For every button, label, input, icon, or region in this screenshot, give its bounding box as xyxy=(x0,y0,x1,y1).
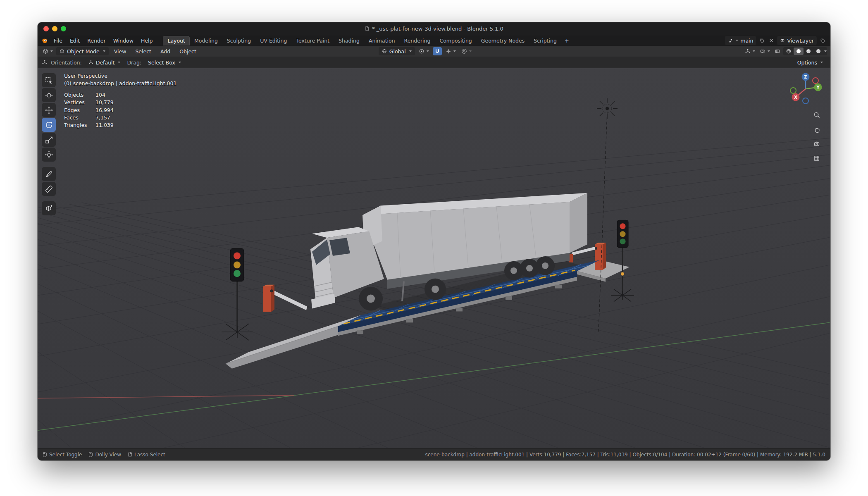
stat-value: 11,039 xyxy=(95,122,114,129)
view-perspective-label: User Perspective xyxy=(64,72,176,80)
tab-shading[interactable]: Shading xyxy=(334,36,364,45)
titlebar[interactable]: * _usc-plat-for-new-3d-view.blend - Blen… xyxy=(38,22,830,35)
stat-value: 104 xyxy=(95,91,105,99)
new-scene-button[interactable] xyxy=(758,37,765,44)
zoom-button[interactable] xyxy=(811,110,822,120)
chevron-down-icon[interactable] xyxy=(824,50,827,52)
perspective-toggle-button[interactable] xyxy=(811,153,822,164)
menu-window[interactable]: Window xyxy=(110,37,137,45)
axes-icon xyxy=(88,60,93,65)
mode-selector[interactable]: Object Mode xyxy=(56,47,109,55)
shading-solid-button[interactable] xyxy=(794,48,804,55)
gizmo-negative-y[interactable] xyxy=(790,88,796,93)
gizmo-negative-z[interactable] xyxy=(803,98,808,104)
select-box-icon xyxy=(45,76,53,85)
gizmos-toggle[interactable] xyxy=(743,47,757,55)
tab-compositing[interactable]: Compositing xyxy=(435,36,476,45)
object-mode-icon xyxy=(60,49,64,54)
menu-view[interactable]: View xyxy=(110,48,130,55)
snap-toggle[interactable] xyxy=(433,47,442,55)
fullscreen-button[interactable] xyxy=(61,26,66,31)
viewport-3d[interactable]: User Perspective (0) scene-backdrop | ad… xyxy=(38,68,830,448)
minimize-button[interactable] xyxy=(52,26,57,31)
shading-material-button[interactable] xyxy=(804,48,813,55)
tool-transform[interactable] xyxy=(42,148,56,162)
tab-uv-editing[interactable]: UV Editing xyxy=(255,36,291,45)
view-layer-selector[interactable]: ViewLayer xyxy=(777,36,817,45)
pivot-point-selector[interactable] xyxy=(417,47,431,55)
wireframe-sphere-icon xyxy=(786,48,792,54)
camera-icon xyxy=(813,141,820,147)
camera-view-button[interactable] xyxy=(811,138,822,149)
menu-select[interactable]: Select xyxy=(131,48,155,55)
copy-icon xyxy=(820,38,825,43)
tool-orientation-selector[interactable]: Default xyxy=(85,58,124,67)
pan-button[interactable] xyxy=(811,124,822,135)
tool-add-cube[interactable] xyxy=(42,201,56,215)
new-view-layer-button[interactable] xyxy=(819,37,826,44)
menu-edit[interactable]: Edit xyxy=(66,37,83,45)
hint-label: Lasso Select xyxy=(134,452,165,458)
magnifier-icon xyxy=(813,112,820,118)
tool-select-box[interactable] xyxy=(42,73,56,87)
tool-move[interactable] xyxy=(42,103,56,117)
tab-animation[interactable]: Animation xyxy=(364,36,400,45)
stat-value: 16,994 xyxy=(95,107,114,114)
scene-viewlayer-area: main ViewLayer xyxy=(725,36,826,45)
tab-sculpting[interactable]: Sculpting xyxy=(222,36,255,45)
mouse-middle-icon xyxy=(88,451,93,458)
hint-label: Dolly View xyxy=(95,452,121,458)
blender-logo-icon[interactable] xyxy=(42,38,48,43)
tab-scripting[interactable]: Scripting xyxy=(529,36,561,45)
drag-mode-selector[interactable]: Select Box xyxy=(145,58,184,67)
stat-label: Objects xyxy=(64,91,95,99)
overlays-toggle[interactable] xyxy=(758,47,772,55)
tab-rendering[interactable]: Rendering xyxy=(400,36,435,45)
menu-add[interactable]: Add xyxy=(157,48,174,55)
hint-dolly-view: Dolly View xyxy=(88,451,121,458)
hint-lasso-select: Lasso Select xyxy=(128,451,165,458)
tab-geometry-nodes[interactable]: Geometry Nodes xyxy=(477,36,529,45)
gizmo-z-label: Z xyxy=(804,75,807,79)
scene-statistics: Objects104 Vertices10,779 Edges16,994 Fa… xyxy=(64,91,176,129)
tool-annotate[interactable] xyxy=(42,167,56,181)
drag-mode-value: Select Box xyxy=(148,60,175,66)
material-sphere-icon xyxy=(806,48,811,54)
tool-measure[interactable] xyxy=(42,182,56,196)
tab-texture-paint[interactable]: Texture Paint xyxy=(291,36,334,45)
xray-toggle[interactable] xyxy=(773,47,782,55)
remove-scene-button[interactable] xyxy=(768,37,775,44)
scene-selector[interactable]: main xyxy=(725,36,756,45)
tool-scale[interactable] xyxy=(42,133,56,147)
shading-rendered-button[interactable] xyxy=(813,48,823,55)
add-workspace-button[interactable]: + xyxy=(561,37,572,45)
snap-settings-selector[interactable] xyxy=(444,47,458,55)
active-tool-icon[interactable] xyxy=(42,60,48,65)
navigation-gizmo[interactable]: Z Y X xyxy=(787,71,824,107)
transform-orientation-selector[interactable]: Global xyxy=(379,47,415,55)
options-button[interactable]: Options xyxy=(794,58,826,67)
close-button[interactable] xyxy=(43,26,49,31)
chevron-down-icon xyxy=(427,50,429,52)
menu-render[interactable]: Render xyxy=(83,37,110,45)
hint-label: Select Toggle xyxy=(49,452,82,458)
viewport-display-controls xyxy=(743,47,827,55)
close-x-icon xyxy=(769,38,774,43)
gizmo-negative-x[interactable] xyxy=(813,78,818,83)
shading-wireframe-button[interactable] xyxy=(784,48,794,55)
proportional-editing-toggle[interactable] xyxy=(460,47,473,55)
tab-layout[interactable]: Layout xyxy=(163,36,190,45)
point-light-object[interactable] xyxy=(597,98,618,119)
stat-label: Vertices xyxy=(64,99,95,106)
menu-file[interactable]: File xyxy=(50,37,66,45)
window-title: * _usc-plat-for-new-3d-view.blend - Blen… xyxy=(372,26,503,32)
snap-target-icon xyxy=(446,48,451,54)
tab-modeling[interactable]: Modeling xyxy=(190,36,222,45)
editor-type-button[interactable] xyxy=(41,47,55,55)
move-icon xyxy=(45,106,53,114)
menu-help[interactable]: Help xyxy=(137,37,157,45)
tool-rotate[interactable] xyxy=(42,118,56,132)
gizmo-x-label: X xyxy=(794,95,797,100)
tool-cursor[interactable] xyxy=(42,88,56,102)
menu-object[interactable]: Object xyxy=(176,48,200,55)
